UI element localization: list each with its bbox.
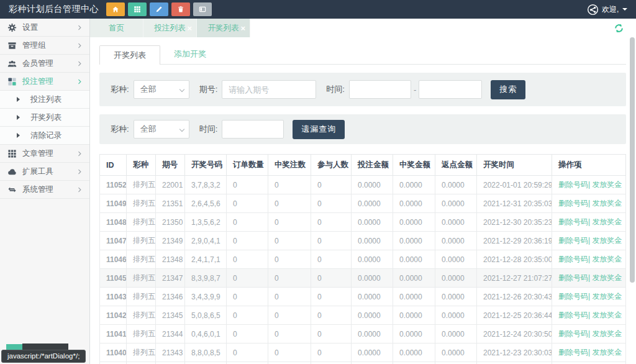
search-button[interactable]: 搜索 — [491, 80, 525, 99]
nav-tab-投注列表[interactable]: 投注列表× — [143, 19, 197, 37]
table-cell: 0 — [227, 306, 268, 325]
home-icon — [112, 6, 119, 13]
delete-number-link[interactable]: 删除号码 — [558, 292, 588, 301]
home-button[interactable] — [106, 2, 125, 16]
header-toolbar — [106, 2, 212, 16]
time-label: 时间: — [199, 124, 218, 135]
issue-label: 期号: — [199, 84, 218, 95]
time-end-input[interactable] — [419, 80, 482, 99]
table-cell: 0.0000 — [393, 325, 435, 344]
nav-tab-label: 首页 — [109, 23, 124, 34]
sidebar-item-label: 会员管理 — [22, 58, 76, 69]
miss-query-button[interactable]: 遗漏查询 — [293, 120, 345, 139]
sidebar-item-系统管理[interactable]: 系统管理 — [0, 181, 89, 199]
table-cell: 11049 — [100, 194, 127, 213]
sidebar-item-清除记录[interactable]: 清除记录 — [0, 127, 89, 145]
sidebar-item-label: 清除记录 — [30, 130, 83, 141]
issue-input[interactable] — [222, 80, 316, 99]
users-icon — [7, 59, 17, 68]
trash-button[interactable] — [171, 2, 190, 16]
sidebar-item-开奖列表[interactable]: 开奖列表 — [0, 109, 89, 127]
trash-icon — [177, 6, 184, 13]
delete-number-link[interactable]: 删除号码 — [558, 273, 588, 282]
cloud-icon — [7, 167, 17, 176]
table-cell: 2,6,4,5,6 — [185, 194, 227, 213]
table-cell: 0 — [311, 176, 352, 194]
table-cell: 0.0000 — [352, 250, 393, 269]
delete-number-link[interactable]: 删除号码 — [558, 180, 588, 189]
tab-add-draw[interactable]: 添加开奖 — [160, 45, 220, 64]
lottery-select[interactable]: 全部 — [134, 80, 189, 99]
nav-tab-开奖列表[interactable]: 开奖列表× — [197, 19, 250, 37]
table-cell: 11043 — [100, 288, 127, 306]
table-cell: 0 — [227, 362, 268, 364]
table-cell: 6,7,6,4,5 — [185, 362, 227, 364]
table-cell: 0.0000 — [435, 325, 477, 344]
archive-icon — [7, 41, 17, 50]
table-cell: 0.0000 — [352, 288, 393, 306]
delete-number-link[interactable]: 删除号码 — [558, 217, 588, 226]
grant-prize-link[interactable]: 发放奖金 — [592, 329, 622, 338]
table-cell: 0.0000 — [435, 269, 477, 288]
grant-prize-link[interactable]: 发放奖金 — [592, 199, 622, 207]
sidebar-item-文章管理[interactable]: 文章管理 — [0, 145, 89, 163]
pencil-button[interactable] — [150, 2, 168, 16]
table-cell: 排列五 — [127, 176, 156, 194]
grant-prize-link[interactable]: 发放奖金 — [592, 255, 622, 263]
content-tabs: 开奖列表 添加开奖 — [99, 45, 626, 65]
sidebar-item-管理组[interactable]: 管理组 — [0, 37, 89, 55]
grant-prize-link[interactable]: 发放奖金 — [592, 236, 622, 245]
miss-time-input[interactable] — [222, 120, 284, 139]
nav-tab-首页[interactable]: 首页 — [90, 19, 143, 37]
close-icon[interactable]: × — [187, 24, 192, 32]
sidebar: 设置管理组会员管理投注管理投注列表开奖列表清除记录文章管理扩展工具系统管理 — [0, 19, 90, 364]
delete-number-link[interactable]: 删除号码 — [558, 348, 588, 357]
table-cell: 0 — [227, 344, 268, 362]
sidebar-item-设置[interactable]: 设置 — [0, 19, 89, 37]
table-cell: 0 — [268, 288, 311, 306]
table-row: 11046排列五213482,4,1,7,10000.00000.00000.0… — [100, 250, 626, 269]
chevron-down-icon — [622, 8, 627, 11]
grant-prize-link[interactable]: 发放奖金 — [592, 180, 622, 189]
delete-number-link[interactable]: 删除号码 — [558, 255, 588, 263]
grant-prize-link[interactable]: 发放奖金 — [592, 292, 622, 301]
table-cell: 11039 — [100, 362, 127, 364]
sidebar-item-会员管理[interactable]: 会员管理 — [0, 55, 89, 73]
table-cell: 0.0000 — [393, 194, 435, 213]
table-row: 11045排列五213478,3,9,8,70000.00000.00000.0… — [100, 269, 626, 288]
grant-prize-link[interactable]: 发放奖金 — [592, 311, 622, 319]
table-cell: 排列五 — [127, 232, 156, 250]
close-icon[interactable]: × — [240, 24, 245, 32]
delete-number-link[interactable]: 删除号码 — [558, 311, 588, 319]
delete-number-link[interactable]: 删除号码 — [558, 329, 588, 338]
tab-draw-list[interactable]: 开奖列表 — [99, 45, 160, 65]
sidebar-item-扩展工具[interactable]: 扩展工具 — [0, 163, 89, 181]
grant-prize-link[interactable]: 发放奖金 — [592, 348, 622, 357]
delete-number-link[interactable]: 删除号码 — [558, 236, 588, 245]
grant-prize-link[interactable]: 发放奖金 — [592, 273, 622, 282]
table-header-row: ID彩种期号开奖号码订单数量中奖注数参与人数投注金额中奖金额返点金额开奖时间操作… — [100, 155, 626, 176]
grant-prize-link[interactable]: 发放奖金 — [592, 217, 622, 226]
table-cell: 0 — [268, 325, 311, 344]
grid-button[interactable] — [128, 2, 147, 16]
table-cell: 0 — [311, 306, 352, 325]
table-cell: 2021-12-23 20:30:03 — [477, 344, 552, 362]
column-header: 订单数量 — [227, 155, 268, 176]
table-cell: 8,3,9,8,7 — [185, 269, 227, 288]
lottery-select[interactable]: 全部 — [134, 120, 189, 139]
delete-number-link[interactable]: 删除号码 — [558, 199, 588, 207]
table-cell: 0 — [268, 176, 311, 194]
th-icon — [7, 149, 17, 158]
sidebar-item-label: 投注管理 — [22, 76, 76, 87]
scrollbar-thumb[interactable] — [630, 37, 635, 283]
table-cell: 2021-12-31 20:35:03 — [477, 194, 552, 213]
sidebar-item-投注管理[interactable]: 投注管理 — [0, 73, 89, 91]
refresh-button[interactable] — [614, 23, 624, 34]
sidebar-item-投注列表[interactable]: 投注列表 — [0, 91, 89, 109]
table-cell: 21350 — [156, 213, 185, 232]
user-menu[interactable]: 欢迎, — [582, 0, 636, 19]
table-cell: 0.0000 — [435, 250, 477, 269]
time-start-input[interactable] — [349, 80, 411, 99]
columns-button[interactable] — [193, 2, 212, 16]
table-cell: 2021-12-26 20:30:43 — [477, 288, 552, 306]
